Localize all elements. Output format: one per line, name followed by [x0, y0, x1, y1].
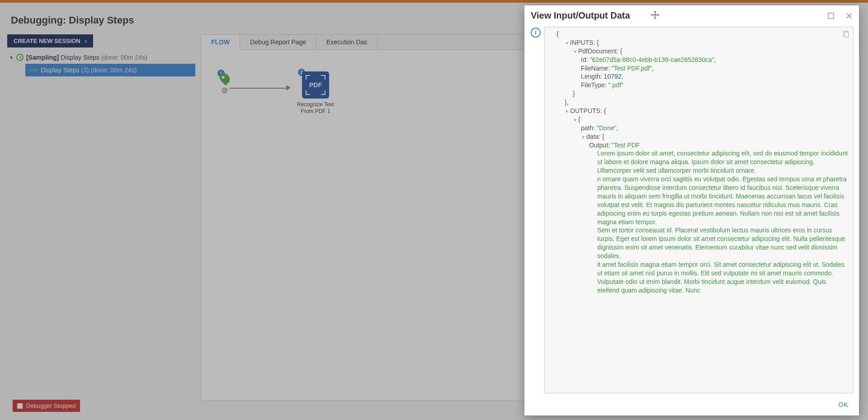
toggle-icon[interactable]: ▼ — [581, 134, 586, 141]
ok-button[interactable]: OK — [835, 399, 852, 410]
svg-rect-0 — [828, 13, 834, 19]
toggle-icon[interactable]: ▼ — [565, 109, 570, 115]
maximize-icon[interactable] — [827, 12, 835, 19]
json-path-val: "Done" — [597, 124, 616, 132]
json-output-val-start: "Test PDF — [612, 142, 640, 149]
json-output-para1: Lorem ipsum dolor sit amet, consectetur … — [548, 149, 849, 175]
json-data-key: data: { — [586, 133, 604, 140]
json-id-key: Id: — [581, 56, 590, 63]
dialog-header[interactable]: View Input/Output Data — [524, 5, 859, 24]
json-output-para3: Sem et tortor conseauat id. Placerat ves… — [548, 226, 849, 260]
close-icon[interactable] — [845, 12, 853, 19]
dialog-footer: OK — [524, 396, 859, 415]
json-length-val: 10792 — [604, 73, 622, 80]
io-data-dialog: View Input/Output Data i { ▼INPUTS: { ▼P… — [524, 5, 859, 415]
json-outputs-key: OUTPUTS: { — [570, 107, 606, 114]
json-output-para2: n ornare quam viverra orci sagittis eu v… — [548, 175, 849, 226]
json-output-key: Output: — [589, 142, 612, 149]
json-close-brace-2: }, — [565, 99, 569, 106]
copy-icon[interactable] — [842, 31, 849, 40]
json-viewer[interactable]: { ▼INPUTS: { ▼PdfDocument: { Id: "62e07d… — [544, 27, 854, 393]
json-path-key: path: — [581, 124, 597, 132]
json-close-brace: } — [573, 90, 575, 97]
toggle-icon[interactable]: ▼ — [573, 117, 578, 123]
json-root-brace: { — [557, 30, 559, 38]
svg-rect-2 — [844, 32, 849, 37]
json-inputs-key: INPUTS: { — [570, 39, 599, 46]
json-filename-key: FileName: — [581, 65, 612, 72]
json-length-key: Length: — [581, 73, 604, 80]
json-anon-open: { — [578, 116, 580, 123]
toggle-icon[interactable]: ▼ — [565, 40, 570, 47]
info-icon: i — [531, 28, 541, 38]
json-id-val: "62e07d5a-88c0-4ebb-b139-cae2652830ca" — [590, 56, 714, 63]
json-output-para4: it amet facilisis magna etiam tempor orc… — [548, 260, 849, 295]
json-filetype-val: ".pdf" — [609, 81, 623, 89]
move-icon[interactable] — [650, 10, 660, 21]
json-filename-val: "Test PDF.pdf" — [612, 65, 652, 72]
json-filetype-key: FileType: — [581, 81, 609, 89]
dialog-title: View Input/Output Data — [531, 10, 630, 21]
json-pdfdoc-key: PdfDocument: { — [578, 47, 622, 55]
toggle-icon[interactable]: ▼ — [573, 49, 578, 55]
